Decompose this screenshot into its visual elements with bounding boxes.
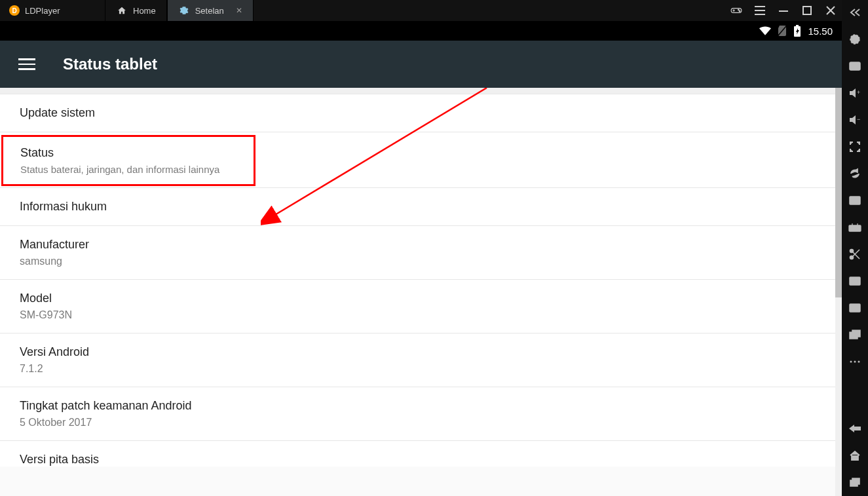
home-nav-icon[interactable] [848,448,862,463]
target-icon[interactable] [848,32,862,47]
hamburger-icon[interactable] [18,58,35,70]
row-status[interactable]: Status Status baterai, jaringan, dan inf… [1,135,255,186]
row-sub: Status baterai, jaringan, dan informasi … [20,164,236,175]
svg-rect-19 [850,62,860,70]
row-android-version[interactable]: Versi Android 7.1.2 [0,334,842,387]
row-sub: samsung [20,256,822,267]
row-title: Versi pita basis [20,453,822,467]
row-title: Status [20,146,236,160]
svg-rect-45 [852,330,860,337]
svg-point-48 [858,361,860,363]
svg-marker-49 [849,425,861,432]
apk-icon[interactable]: APK [848,220,862,235]
window-controls [730,0,837,21]
back-nav-icon[interactable] [848,421,862,436]
row-legal-info[interactable]: Informasi hukum [0,188,842,226]
no-sim-icon [778,26,787,36]
row-title: Versi Android [20,345,822,359]
close-window-icon[interactable] [825,5,837,16]
row-sub: 7.1.2 [20,363,822,375]
svg-point-4 [739,10,740,12]
scrollbar-thumb[interactable] [835,88,842,297]
row-update-system[interactable]: Update sistem [0,94,842,132]
swap-icon[interactable] [848,301,862,315]
svg-point-38 [850,256,854,259]
svg-point-47 [854,361,856,363]
fullscreen-icon[interactable] [848,140,862,154]
add-window-icon[interactable] [848,193,862,208]
svg-rect-43 [850,304,860,312]
android-statusbar: 15.50 [0,21,842,41]
video-icon[interactable] [848,274,862,288]
svg-marker-27 [850,115,856,124]
row-title: Informasi hukum [20,200,822,214]
svg-point-37 [850,250,854,253]
svg-point-3 [738,9,740,10]
svg-text:APK: APK [850,227,858,231]
maximize-icon[interactable] [801,5,813,16]
close-tab-icon[interactable]: ✕ [236,6,242,15]
row-title: Tingkat patch keamanan Android [20,399,822,413]
svg-rect-9 [803,7,811,14]
collapse-sidebar-icon[interactable] [848,5,862,20]
tab-settings-label: Setelan [195,6,224,16]
emulator-topbar: D LDPlayer Home Setelan ✕ [0,0,842,21]
emulator-right-sidebar: + − APK [842,0,868,496]
row-manufacturer[interactable]: Manufacturer samsung [0,226,842,280]
row-title: Manufacturer [20,238,822,252]
recents-nav-icon[interactable] [848,475,862,489]
tab-settings[interactable]: Setelan ✕ [167,0,254,21]
tab-home[interactable]: Home [105,0,167,21]
row-baseband[interactable]: Versi pita basis [0,441,842,467]
svg-text:−: − [857,116,860,123]
more-icon[interactable] [848,354,862,369]
scissors-icon[interactable] [848,247,862,261]
battery-icon [793,25,801,37]
wifi-icon [759,26,771,35]
app-name: LDPlayer [25,6,60,16]
volume-up-icon[interactable]: + [848,86,862,100]
ldplayer-logo-icon: D [9,5,20,16]
gamepad-icon[interactable] [730,5,742,16]
svg-rect-6 [755,10,765,11]
svg-text:+: + [857,89,860,96]
page-title: Status tablet [63,55,157,73]
home-icon [116,5,128,16]
multi-window-icon[interactable] [848,328,862,342]
row-model[interactable]: Model SM-G973N [0,280,842,334]
svg-rect-8 [779,10,788,12]
app-brand: D LDPlayer [0,5,105,16]
tab-home-label: Home [133,6,156,16]
svg-point-18 [850,35,859,44]
settings-header: Status tablet [0,41,842,88]
row-sub: SM-G973N [20,309,822,321]
svg-marker-25 [850,88,856,98]
keyboard-icon[interactable] [848,59,862,73]
row-security-patch[interactable]: Tingkat patch keamanan Android 5 Oktober… [0,387,842,441]
svg-rect-13 [796,25,799,26]
svg-rect-5 [755,6,765,7]
sync-icon[interactable] [848,166,862,181]
row-sub: 5 Oktober 2017 [20,417,822,429]
menu-icon[interactable] [754,5,766,16]
volume-down-icon[interactable]: − [848,113,862,127]
minimize-icon[interactable] [778,5,789,16]
content-area: Update sistem Status Status baterai, jar… [0,88,842,496]
svg-rect-7 [755,14,765,15]
clock-time: 15.50 [808,26,833,37]
row-title: Model [20,292,822,305]
svg-point-46 [850,361,852,363]
gear-icon [178,5,190,16]
row-title: Update sistem [20,106,822,120]
list-gap [0,88,842,94]
